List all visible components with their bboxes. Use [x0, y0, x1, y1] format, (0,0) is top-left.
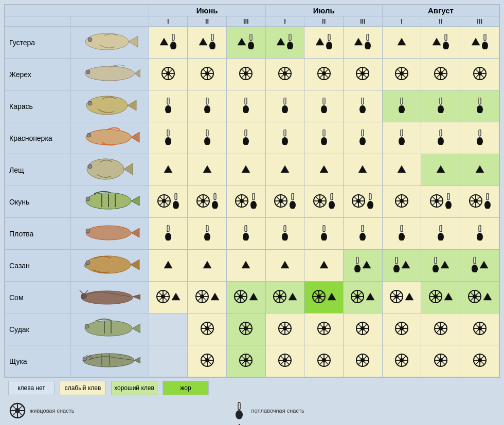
footer-section: живцовая снасть поплавочная снасть зимня… [4, 398, 500, 425]
data-cell [421, 154, 460, 186]
float-icon [320, 130, 328, 145]
svg-rect-8 [211, 34, 213, 41]
svg-point-166 [212, 201, 218, 209]
cell-content [461, 253, 498, 279]
svg-rect-97 [284, 98, 286, 104]
period-july-2: II [304, 16, 344, 27]
spinner-icon-cell [434, 353, 448, 369]
triangle-icon [471, 37, 480, 46]
cell-content [461, 317, 498, 342]
float-icon-cell [242, 130, 249, 147]
spinner-icon [350, 289, 365, 304]
svg-marker-88 [128, 100, 136, 110]
spinner-icon-cell [350, 289, 365, 306]
fish-name-cell: Судак [5, 313, 71, 345]
svg-marker-142 [437, 165, 445, 173]
svg-rect-181 [292, 193, 294, 200]
data-cell [265, 218, 304, 250]
spinner-icon-cell [239, 321, 253, 338]
spinner-icon [428, 289, 443, 304]
spinner-icon-cell [273, 289, 287, 306]
spinner-icon-cell [313, 194, 327, 210]
period-aug-2: II [421, 16, 460, 27]
legend-good: хороший клев [111, 381, 157, 395]
spinner-icon-cell [161, 66, 175, 83]
svg-marker-262 [441, 261, 449, 268]
svg-rect-99 [323, 98, 325, 104]
cell-content [189, 285, 225, 310]
data-cell [226, 345, 265, 377]
cell-content [422, 157, 459, 183]
cell-content [461, 157, 498, 183]
data-cell [382, 27, 421, 59]
float-icon [398, 98, 405, 113]
cell-content [422, 253, 459, 279]
svg-point-122 [321, 137, 327, 145]
svg-marker-251 [242, 261, 250, 268]
triangle-icon-cell [483, 292, 492, 303]
spinner-icon-cell [200, 353, 214, 369]
data-cell [382, 250, 421, 282]
triangle-icon-cell [397, 164, 406, 176]
fish-image-cell [71, 250, 149, 282]
spinner-icon [355, 353, 370, 367]
float-icon [367, 193, 374, 209]
float-icon-cell [359, 98, 366, 115]
footer-spinner-icon [8, 401, 27, 420]
data-cell [226, 250, 265, 282]
spinner-icon [394, 353, 409, 367]
float-icon-cell [170, 34, 177, 51]
data-cell [149, 122, 188, 154]
svg-marker-249 [164, 261, 172, 268]
svg-rect-101 [362, 98, 364, 104]
spinner-icon-cell [274, 194, 288, 210]
cell-content [150, 157, 187, 183]
svg-rect-125 [401, 130, 403, 136]
data-cell [382, 122, 421, 154]
col-fish [71, 16, 149, 27]
data-cell [421, 186, 460, 218]
data-cell [421, 345, 460, 377]
spinner-icon [156, 289, 170, 304]
float-icon [172, 193, 179, 209]
legend-none: клева нет [8, 381, 55, 395]
data-cell [460, 122, 499, 154]
fish-name-cell: Лещ [5, 154, 71, 186]
svg-point-212 [445, 201, 452, 209]
cell-content [305, 253, 342, 279]
data-cell [421, 250, 460, 282]
cell-content [189, 348, 225, 374]
cell-content [345, 189, 381, 215]
float-icon [476, 130, 483, 145]
spinner-icon [473, 66, 487, 81]
data-cell [421, 122, 460, 154]
spinner-icon [239, 66, 253, 81]
period-july-3: III [344, 16, 383, 27]
triangle-icon-cell [432, 37, 441, 48]
data-cell [421, 313, 460, 345]
cell-content [305, 348, 342, 374]
svg-rect-173 [253, 193, 255, 200]
svg-point-452 [236, 410, 243, 419]
cell-content [228, 125, 264, 151]
data-cell [226, 27, 265, 59]
table-row: Жерех [5, 59, 499, 90]
triangle-icon [362, 260, 371, 269]
data-cell [460, 345, 499, 377]
footer-worm-icon [8, 423, 27, 425]
spinner-icon-cell [157, 194, 171, 210]
data-cell [304, 218, 344, 250]
data-cell [304, 282, 344, 313]
spinner-icon [200, 321, 214, 336]
table-row: Лещ [5, 154, 499, 186]
fish-name-cell: Окунь [5, 186, 71, 218]
cell-content [345, 285, 381, 310]
data-cell [226, 218, 265, 250]
data-cell [149, 313, 188, 345]
spinner-icon-cell [233, 289, 248, 306]
svg-point-126 [399, 137, 405, 145]
period-aug-3: III [460, 16, 499, 27]
data-cell [188, 154, 227, 186]
svg-rect-113 [167, 130, 169, 136]
svg-marker-267 [133, 294, 140, 300]
